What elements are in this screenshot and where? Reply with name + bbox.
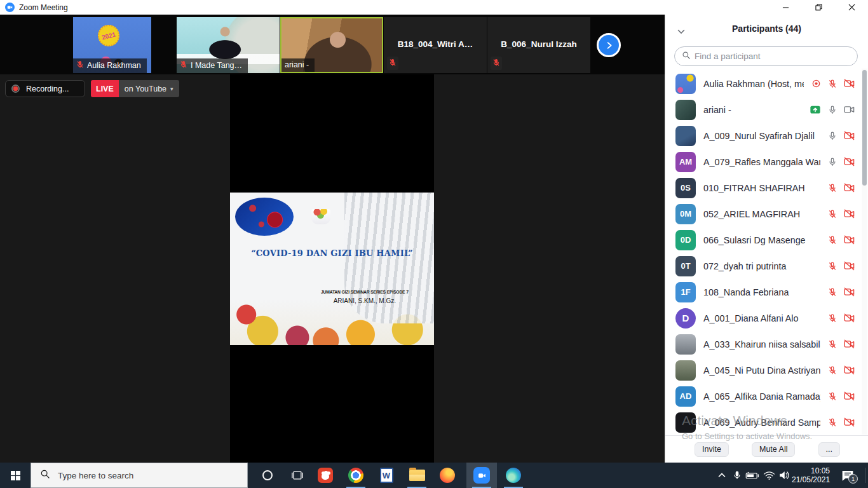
- participant-status-icons: [828, 261, 855, 271]
- zoom-app-icon: [5, 3, 15, 12]
- record-dot-icon: [11, 85, 20, 93]
- participant-row[interactable]: DA_001_Diana Alfani Alo: [665, 305, 864, 331]
- screen: Zoom Meeting 2021Aulia RakhmanI Made Tan…: [0, 0, 868, 488]
- participant-row[interactable]: 0D066_Sulasri Dg Masenge: [665, 227, 864, 253]
- participant-row[interactable]: 0T072_dyah tri putrinta: [665, 253, 864, 279]
- clock-time: 10:05: [792, 466, 830, 475]
- taskbar-file-explorer-icon[interactable]: [402, 463, 432, 488]
- taskbar-clock[interactable]: 10:05 21/05/2021: [792, 463, 830, 488]
- participant-avatar: [675, 74, 696, 94]
- taskbar-search-placeholder: Type here to search: [58, 471, 133, 480]
- participant-name: 108_Nanda Febriana: [703, 287, 820, 297]
- action-center-button[interactable]: 1: [836, 463, 859, 488]
- close-button[interactable]: [835, 0, 868, 15]
- camera-muted-icon: [844, 365, 855, 375]
- tray-chevron-up-icon[interactable]: [714, 463, 729, 488]
- participant-row[interactable]: A_069_Audry Benhard Sampo: [665, 409, 864, 435]
- video-tile[interactable]: B_006_Nurul Izzah: [487, 17, 590, 73]
- year-badge: 2021: [96, 23, 122, 49]
- participant-name: A_033_Khairun niisa salsabila Kh…: [703, 339, 820, 349]
- participant-avatar: AM: [675, 152, 696, 172]
- mic-icon: [828, 157, 837, 167]
- mic-muted-icon: [828, 391, 837, 402]
- minimize-button[interactable]: [769, 0, 802, 15]
- mute-all-button[interactable]: Mute All: [752, 442, 795, 457]
- participant-row[interactable]: AMA_079_Rafles Manggala Wana: [665, 149, 864, 175]
- video-tile[interactable]: 2021Aulia Rakhman: [73, 17, 151, 73]
- mic-muted-icon: [828, 313, 837, 323]
- camera-muted-icon: [844, 287, 855, 297]
- show-desktop-button[interactable]: [865, 468, 865, 483]
- video-tile[interactable]: ariani -: [280, 17, 383, 73]
- search-input[interactable]: [695, 51, 857, 61]
- video-tile[interactable]: B18_004_Witri A…: [384, 17, 487, 73]
- taskbar-edge-icon[interactable]: [498, 463, 529, 488]
- filmstrip-next-button[interactable]: [597, 33, 621, 57]
- participant-avatar: D: [675, 308, 696, 329]
- participant-row[interactable]: 0M052_ARIEL MAGFIRAH: [665, 201, 864, 227]
- mic-muted-icon: [180, 60, 187, 71]
- live-badge[interactable]: LIVE on YouTube ▾: [91, 80, 179, 97]
- scrollbar-thumb[interactable]: [862, 70, 867, 186]
- start-button[interactable]: [0, 463, 31, 488]
- taskbar-firefox-icon[interactable]: [432, 463, 463, 488]
- tile-participant-name: Aulia Rakhman: [87, 61, 141, 70]
- camera-muted-icon: [844, 183, 855, 193]
- participant-row[interactable]: Aulia Rakhman (Host, me): [665, 71, 864, 97]
- restore-button[interactable]: [802, 0, 835, 15]
- tray-microphone-icon[interactable]: [729, 463, 745, 488]
- participant-status-icons: [828, 339, 855, 349]
- participant-avatar: [675, 412, 696, 433]
- window-titlebar: Zoom Meeting: [0, 0, 868, 15]
- cortana-button[interactable]: [254, 463, 281, 488]
- participant-list: Aulia Rakhman (Host, me)ariani -A_009_Nu…: [665, 71, 864, 435]
- camera-icon: [844, 105, 855, 114]
- participant-status-icons: [828, 365, 855, 376]
- taskbar-chrome-icon[interactable]: [341, 463, 371, 488]
- mic-muted-icon: [828, 183, 837, 193]
- participant-avatar: [675, 360, 696, 381]
- video-tile[interactable]: I Made Tang…: [177, 17, 280, 73]
- camera-muted-icon: [844, 131, 855, 140]
- task-view-button[interactable]: [282, 463, 313, 488]
- meeting-area: 2021Aulia RakhmanI Made Tang…ariani -B18…: [0, 15, 665, 463]
- participant-row[interactable]: A_033_Khairun niisa salsabila Kh…: [665, 331, 864, 357]
- invite-button[interactable]: Invite: [695, 442, 729, 457]
- mic-muted-icon: [828, 209, 837, 219]
- tray-battery-icon[interactable]: [745, 463, 760, 488]
- participant-status-icons: [828, 287, 855, 297]
- camera-muted-icon: [844, 235, 855, 245]
- presentation-slide: “COVID-19 DAN GIZI IBU HAMIL” JUMATAN GI…: [230, 193, 434, 345]
- mic-icon: [828, 131, 837, 141]
- participant-name: A_009_Nurul Syafirah Djalil: [703, 131, 820, 141]
- more-button[interactable]: ...: [818, 442, 840, 457]
- taskbar-search[interactable]: Type here to search: [31, 463, 248, 488]
- participant-row[interactable]: ADA_065_Alfika Dania Ramadayanti: [665, 383, 864, 409]
- participant-avatar: 1F: [675, 282, 696, 302]
- participant-status-icons: [828, 131, 855, 141]
- participant-status-icons: [811, 79, 855, 89]
- panel-scrollbar[interactable]: [862, 69, 867, 435]
- recording-indicator-icon: [811, 79, 821, 88]
- participant-row[interactable]: 0S010_FITRAH SHAFIRAH: [665, 175, 864, 201]
- mic-muted-icon: [828, 261, 837, 271]
- participant-row[interactable]: 1F108_Nanda Febriana: [665, 279, 864, 305]
- taskbar: Type here to search W 10:05 21/05/2021 1: [0, 463, 868, 488]
- participant-row[interactable]: ariani -: [665, 97, 864, 123]
- tray-wifi-icon[interactable]: [761, 463, 776, 488]
- taskbar-gom-player-icon[interactable]: [310, 463, 341, 488]
- taskbar-word-icon[interactable]: W: [371, 463, 402, 488]
- taskbar-zoom-icon[interactable]: [466, 463, 497, 488]
- participant-row[interactable]: A_045_Ni Putu Dina Astriyanti: [665, 357, 864, 383]
- mic-muted-icon: [828, 287, 837, 297]
- participant-status-icons: [828, 391, 855, 402]
- participant-row[interactable]: A_009_Nurul Syafirah Djalil: [665, 123, 864, 149]
- live-label: LIVE: [91, 80, 119, 97]
- participant-avatar: 0S: [675, 178, 696, 198]
- mic-muted-icon: [828, 365, 837, 376]
- live-destination-label: on YouTube: [125, 85, 166, 93]
- tray-volume-icon[interactable]: [776, 463, 792, 488]
- recording-indicator[interactable]: Recording...: [5, 80, 85, 97]
- participant-status-icons: [828, 157, 855, 167]
- participant-search[interactable]: [674, 46, 858, 66]
